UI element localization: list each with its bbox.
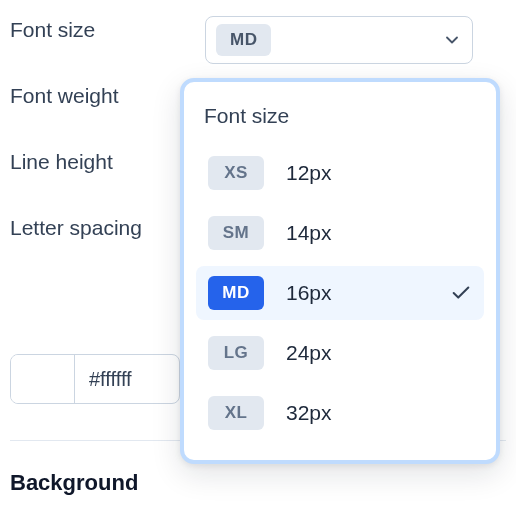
font-weight-label: Font weight: [10, 84, 200, 108]
font-size-dropdown: Font size XS 12px SM 14px MD 16px LG 24p…: [180, 78, 500, 464]
option-lg[interactable]: LG 24px: [196, 326, 484, 380]
color-swatch[interactable]: [11, 355, 75, 403]
option-value: 16px: [286, 281, 332, 305]
color-value: #ffffff: [75, 368, 132, 391]
option-value: 12px: [286, 161, 332, 185]
font-size-selected-badge: MD: [216, 24, 271, 56]
option-badge: SM: [208, 216, 264, 250]
option-badge: MD: [208, 276, 264, 310]
option-xl[interactable]: XL 32px: [196, 386, 484, 440]
option-value: 24px: [286, 341, 332, 365]
chevron-down-icon: [442, 30, 462, 50]
option-badge: XL: [208, 396, 264, 430]
font-size-label: Font size: [10, 18, 200, 42]
dropdown-title: Font size: [196, 100, 484, 146]
option-badge: LG: [208, 336, 264, 370]
option-md[interactable]: MD 16px: [196, 266, 484, 320]
option-sm[interactable]: SM 14px: [196, 206, 484, 260]
line-height-label: Line height: [10, 150, 200, 174]
background-section-title: Background: [10, 470, 138, 496]
check-icon: [450, 282, 472, 304]
font-size-select[interactable]: MD: [205, 16, 473, 64]
option-value: 32px: [286, 401, 332, 425]
option-value: 14px: [286, 221, 332, 245]
color-input[interactable]: #ffffff: [10, 354, 180, 404]
option-badge: XS: [208, 156, 264, 190]
option-xs[interactable]: XS 12px: [196, 146, 484, 200]
letter-spacing-label: Letter spacing: [10, 216, 200, 240]
